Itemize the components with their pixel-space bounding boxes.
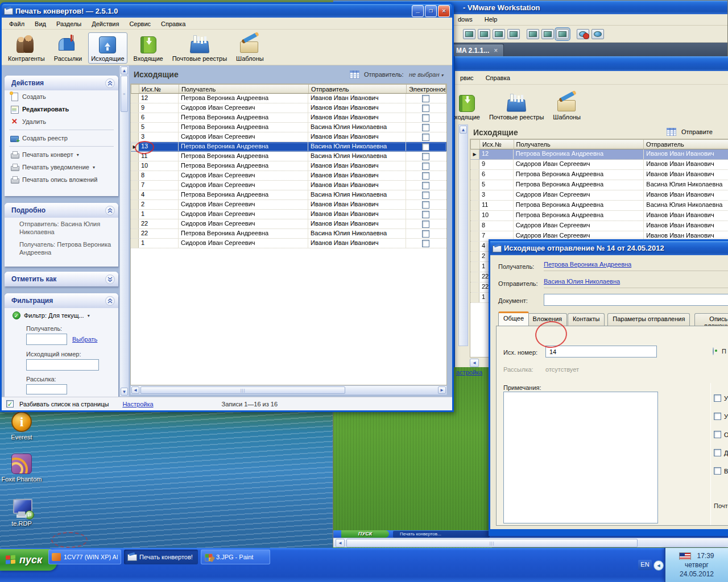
option-checkbox[interactable] <box>714 467 721 475</box>
toolbar-button-Исходящие[interactable]: Исходящие <box>88 32 127 64</box>
sender-filter-value[interactable]: не выбран ▾ <box>409 71 444 78</box>
language-indicator[interactable]: EN <box>638 560 652 570</box>
filter-mailing-input[interactable] <box>26 384 67 394</box>
close-button[interactable]: ✕ <box>438 5 450 17</box>
app-menu-item[interactable]: Вид <box>30 19 51 30</box>
table-row[interactable]: 4Петрова Вероника АндреевнаВасина Юлия Н… <box>131 190 446 200</box>
taskbar-button[interactable]: 3.JPG - Paint <box>201 550 270 564</box>
toolbar-button-Почтовые реестры[interactable]: Почтовые реестры <box>169 32 230 64</box>
vm-console-view-icon[interactable] <box>556 29 569 39</box>
maximize-button[interactable]: ❐ <box>425 5 437 17</box>
electronic-checkbox[interactable] <box>422 105 429 112</box>
scroll-up-icon[interactable]: ▲ <box>460 126 467 134</box>
table-row[interactable]: 12Петрова Вероника АндреевнаИванов Иван … <box>131 94 446 103</box>
filter-outnum-input[interactable] <box>26 359 99 371</box>
settings-link[interactable]: Настройка <box>122 401 153 408</box>
table-row[interactable]: 5Петрова Вероника АндреевнаВасина Юлия Н… <box>470 180 728 190</box>
table-row[interactable]: 1Сидоров Иван СергеевичИванов Иван Ивано… <box>131 210 446 219</box>
radio-selected[interactable] <box>713 347 714 355</box>
electronic-checkbox[interactable] <box>422 163 429 170</box>
electronic-checkbox[interactable] <box>422 172 429 180</box>
table-row[interactable]: 10Петрова Вероника АндреевнаИванов Иван … <box>131 161 446 171</box>
vm-clock-icon[interactable] <box>592 29 604 39</box>
tab-Общее[interactable]: Общее <box>498 311 529 326</box>
tab-Вложения[interactable]: Вложения <box>528 313 568 326</box>
table-hscrollbar[interactable]: ◄ ||| ► <box>130 385 447 395</box>
vm-unity-icon[interactable] <box>541 29 554 39</box>
action-item[interactable]: Создать реестр <box>5 132 118 144</box>
filter-recipient-input[interactable] <box>26 334 67 345</box>
vm-taskbar-button[interactable]: Печать конвертов... <box>393 531 490 538</box>
vmware-tab[interactable]: MA 2.1.1... × <box>450 44 504 56</box>
toolbar-button-ходящие[interactable]: ходящие <box>452 91 483 122</box>
details-panel-header[interactable]: Подробно <box>5 203 118 218</box>
electronic-checkbox[interactable] <box>422 134 429 141</box>
desktop-icon-everest[interactable]: i Everest <box>1 411 42 440</box>
toolbar-button-Шаблоны[interactable]: Шаблоны <box>550 91 584 122</box>
action-item[interactable]: Редактировать <box>5 103 118 115</box>
electronic-checkbox[interactable] <box>422 240 429 247</box>
taskbar-button[interactable]: 1CV77 (WIN XP) AMA... <box>48 550 121 564</box>
sender-field[interactable]: Васина Юлия Николаевна <box>544 276 728 288</box>
table-row[interactable]: 9Сидоров Иван СергеевичИванов Иван Ивано… <box>470 160 728 170</box>
toolbar-button-Контрагенты[interactable]: Контрагенты <box>5 32 48 64</box>
scrollbar-thumb[interactable]: ||| <box>140 386 345 394</box>
app-titlebar[interactable]: Печать конвертов! — 2.5.1.0 _ ❐ ✕ <box>2 4 452 18</box>
taskbar-button[interactable]: Печать конвертов! ... <box>124 550 198 564</box>
table-row[interactable]: 8Сидоров Иван СергеевичИванов Иван Ивано… <box>470 221 728 231</box>
scrollbar-thumb[interactable]: ≡ <box>121 76 128 112</box>
scroll-left-icon[interactable]: ◄ <box>336 539 345 547</box>
recipient-link[interactable]: Петрова Вероника Андреевна <box>544 261 631 268</box>
table-row[interactable]: 11Петрова Вероника АндреевнаВасина Юлия … <box>131 152 446 161</box>
vm-app-titlebar[interactable] <box>455 56 728 71</box>
electronic-checkbox[interactable] <box>422 124 429 131</box>
action-item[interactable]: Печатать конверт▾ <box>5 148 118 161</box>
app-menu-item[interactable]: Сервис <box>124 19 156 30</box>
electronic-checkbox[interactable] <box>422 211 429 218</box>
option-checkbox[interactable] <box>714 431 721 438</box>
mark-as-panel-header[interactable]: Отметить как <box>5 272 118 286</box>
filter-panel-header[interactable]: Фильтрация <box>5 293 118 308</box>
vm-record-icon[interactable] <box>577 29 589 39</box>
vm-sender-filter-label[interactable]: Отправите <box>681 128 728 135</box>
tab-Опись вложений[interactable]: Опись вложений <box>694 313 728 326</box>
sidebar-scrollbar[interactable]: ▲ ≡ ▼ <box>119 65 129 397</box>
vmware-hscrollbar[interactable]: ◄ ||| <box>333 538 728 547</box>
document-input[interactable] <box>544 294 728 306</box>
table-row[interactable]: 6Петрова Вероника АндреевнаИванов Иван И… <box>131 113 446 123</box>
vm-settings-icon[interactable] <box>527 29 539 39</box>
action-item[interactable]: Создать <box>5 90 118 103</box>
app-menu-item[interactable]: Разделы <box>51 19 86 30</box>
vm-app-menu-item[interactable]: Справка <box>481 73 515 84</box>
sender-link[interactable]: Васина Юлия Николаевна <box>544 278 620 285</box>
electronic-checkbox[interactable] <box>422 192 429 199</box>
tray-collapse-icon[interactable]: ◄ <box>653 560 664 571</box>
scroll-down-icon[interactable]: ▼ <box>121 388 128 396</box>
tab-Контакты[interactable]: Контакты <box>568 313 605 326</box>
column-header[interactable]: Электронное <box>407 85 446 93</box>
table-row[interactable]: 1Сидоров Иван СергеевичИванов Иван Ивано… <box>131 239 446 248</box>
action-item[interactable]: Печатать опись вложений <box>5 173 118 186</box>
scroll-right-icon[interactable]: ► <box>438 386 446 394</box>
notes-textarea[interactable] <box>503 392 658 523</box>
collapse-icon[interactable] <box>105 206 115 215</box>
electronic-checkbox[interactable] <box>422 95 429 102</box>
actions-panel-header[interactable]: Действия <box>5 76 118 90</box>
electronic-checkbox[interactable] <box>422 114 429 122</box>
scroll-left-icon[interactable]: ◄ <box>470 359 479 367</box>
action-item[interactable]: ✕Удалить <box>5 115 118 128</box>
collapse-icon[interactable] <box>105 296 115 306</box>
recipient-field[interactable]: Петрова Вероника Андреевна <box>544 259 728 271</box>
column-header[interactable]: Исх.№ <box>480 140 514 149</box>
dialog-titlebar[interactable]: Исходящее отправление № 14 от 24.05.2012 <box>490 241 728 255</box>
collapse-icon[interactable] <box>105 78 115 88</box>
vm-suspend-icon[interactable] <box>478 29 490 39</box>
scrollbar-thumb[interactable]: ||| <box>346 539 638 547</box>
electronic-checkbox[interactable] <box>422 182 429 189</box>
action-item[interactable]: Печатать уведомление▾ <box>5 161 118 173</box>
app-menu-item[interactable]: Файл <box>4 19 30 30</box>
filter-selector[interactable]: ✓ Фильтр: Для текущ... ▾ <box>5 308 118 321</box>
scroll-left-icon[interactable]: ◄ <box>131 386 139 394</box>
electronic-checkbox[interactable] <box>422 201 429 209</box>
table-row[interactable]: 7Сидоров Иван СергеевичИванов Иван Ивано… <box>131 181 446 190</box>
